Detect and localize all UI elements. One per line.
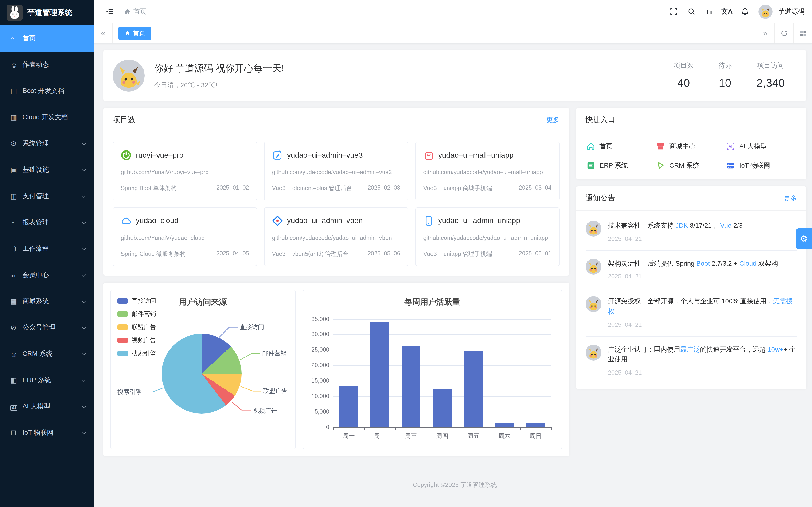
chevron-down-icon [82, 272, 86, 277]
ai-icon: AI [10, 402, 22, 410]
legend-item-3[interactable]: 联盟广告 [117, 323, 156, 331]
sidebar-item-5[interactable]: ⚙系统管理 [0, 130, 94, 157]
project-card-5[interactable]: yudao–ui–admin–vbengithub.com/yudaocode/… [264, 208, 408, 266]
notice-title: 架构灵活性：后端提供 Spring Boot 2.7/3.2 + Cloud 双… [608, 259, 778, 269]
legend-item-1[interactable]: 直接访问 [117, 296, 156, 305]
refresh-icon[interactable] [774, 23, 793, 43]
tabs-scroll-right-icon[interactable]: » [756, 23, 774, 43]
project-name: ruoyi–vue–pro [136, 151, 184, 159]
member-icon: ∞ [10, 271, 22, 279]
quick-entry-1[interactable]: 首页 [586, 142, 656, 151]
mallbag-project-icon [423, 150, 434, 161]
project-card-4[interactable]: yudao–cloudgithub.com/YunaiV/yudao–cloud… [113, 208, 257, 266]
erp-green-icon [586, 161, 595, 170]
font-size-icon[interactable]: Tᴛ [701, 3, 717, 19]
notice-item-3[interactable]: 开源免授权：全部开源，个人与企业可 100% 直接使用，无需授权2025–04–… [585, 288, 797, 337]
project-card-2[interactable]: yudao–ui–admin–vue3github.com/yudaocode/… [264, 142, 408, 201]
notices-more-link[interactable]: 更多 [784, 194, 797, 203]
legend-label: 邮件营销 [132, 309, 156, 318]
project-card-6[interactable]: yudao–ui–admin–uniappgithub.com/yudaocod… [415, 208, 559, 266]
notice-date: 2025–04–21 [608, 235, 743, 242]
notice-item-2[interactable]: 架构灵活性：后端提供 Spring Boot 2.7/3.2 + Cloud 双… [585, 250, 797, 288]
notices-panel: 通知公告 更多 技术兼容性：系统支持 JDK 8/17/21， Vue 2/32… [576, 186, 806, 389]
project-date: 2025–03–04 [519, 184, 551, 192]
legend-item-2[interactable]: 邮件营销 [117, 309, 156, 318]
tabs-scroll-left-icon[interactable]: « [94, 23, 113, 43]
language-icon[interactable]: 文A [719, 3, 735, 19]
sidebar-menu: ⌂首页☺作者动态▤Boot 开发文档▥Cloud 开发文档⚙系统管理▣基础设施◫… [0, 25, 94, 507]
project-name: yudao–cloud [136, 217, 179, 225]
legend-item-5[interactable]: 搜索引擎 [117, 349, 156, 357]
legend-item-4[interactable]: 视频广告 [117, 336, 156, 344]
project-card-1[interactable]: ruoyi–vue–progithub.com/YunaiV/ruoyi–vue… [113, 142, 257, 201]
sidebar-item-1[interactable]: ⌂首页 [0, 25, 94, 52]
iot-icon: ⊟ [10, 429, 22, 437]
sidebar-item-15[interactable]: AIAI 大模型 [0, 393, 94, 420]
project-url: github.com/yudaocode/yudao–ui–admin–vben [272, 234, 400, 243]
gear-icon: ⚙ [800, 233, 808, 244]
chevron-down-icon [82, 324, 86, 329]
monitor-icon: ▣ [10, 166, 22, 174]
settings-gear-button[interactable]: ⚙ [796, 228, 812, 249]
notice-avatar [585, 345, 601, 360]
sidebar-item-4[interactable]: ▥Cloud 开发文档 [0, 104, 94, 130]
sidebar-item-12[interactable]: ⊘公众号管理 [0, 315, 94, 341]
sidebar-item-label: 商城系统 [22, 297, 49, 305]
project-desc: Vue3 + uniapp 商城手机端 [423, 184, 492, 192]
x-axis-label: 周一 [333, 432, 364, 440]
stat-label: 待办 [718, 61, 732, 70]
sidebar-item-2[interactable]: ☺作者动态 [0, 52, 94, 78]
project-url: github.com/yudaocode/yudao–ui–mall–uniap… [423, 168, 551, 177]
vue3-project-icon [272, 150, 283, 161]
project-card-3[interactable]: yudao–ui–mall–uniappgithub.com/yudaocode… [415, 142, 559, 201]
y-axis-label: 5,000 [305, 408, 329, 415]
quick-entry-6[interactable]: IoT 物联网 [726, 161, 796, 170]
sidebar-item-11[interactable]: ▦商城系统 [0, 288, 94, 315]
notification-bell-icon[interactable] [737, 3, 753, 19]
sidebar-item-7[interactable]: ◫支付管理 [0, 183, 94, 209]
project-desc: Spring Boot 单体架构 [121, 184, 177, 192]
bar-周六 [495, 423, 514, 427]
chevron-down-icon [82, 193, 86, 198]
quick-entry-5[interactable]: CRM 系统 [656, 161, 726, 170]
quick-entry-2[interactable]: 商城中心 [656, 142, 726, 151]
sidebar-item-13[interactable]: ☺CRM 系统 [0, 341, 94, 367]
sidebar-item-label: 系统管理 [22, 139, 49, 148]
sidebar-item-8[interactable]: ◔报表管理 [0, 209, 94, 236]
fullscreen-icon[interactable] [665, 3, 681, 19]
project-url: github.com/yudaocode/yudao–ui–admin–vue3 [272, 168, 400, 177]
topbar: 首页 Tᴛ 文A 芋道源码 [94, 0, 812, 23]
collapse-sidebar-icon[interactable] [101, 3, 117, 19]
sidebar-item-label: 会员中心 [22, 271, 49, 279]
search-icon[interactable] [683, 3, 699, 19]
notice-title: 开源免授权：全部开源，个人与企业可 100% 直接使用，无需授权 [608, 296, 797, 317]
charts-panel: 用户访问来源 直接访问邮件营销联盟广告视频广告搜索引擎 直接访问邮件营销联盟广告… [103, 282, 569, 456]
x-axis-label: 周四 [426, 432, 458, 440]
user-avatar[interactable] [758, 4, 772, 18]
payment-icon: ◫ [10, 192, 22, 201]
projects-more-link[interactable]: 更多 [546, 116, 559, 124]
pie-label: 搜索引擎 [117, 388, 142, 395]
sidebar-item-6[interactable]: ▣基础设施 [0, 157, 94, 183]
sidebar-item-10[interactable]: ∞会员中心 [0, 262, 94, 288]
username[interactable]: 芋道源码 [778, 7, 805, 16]
sidebar-item-14[interactable]: ◧ERP 系统 [0, 367, 94, 393]
layout-grid-icon[interactable] [793, 23, 812, 43]
sidebar-item-9[interactable]: ⇉工作流程 [0, 236, 94, 262]
quick-entry-4[interactable]: ERP 系统 [586, 161, 656, 170]
legend-label: 搜索引擎 [132, 349, 156, 357]
breadcrumb[interactable]: 首页 [124, 7, 147, 16]
notice-item-4[interactable]: 广泛企业认可：国内使用最广泛的快速开发平台，远超 10w++ 企业使用2025–… [585, 337, 797, 385]
greeting-subtitle: 今日晴，20℃ - 32℃! [154, 81, 284, 90]
stat-value: 10 [718, 76, 732, 90]
notice-item-1[interactable]: 技术兼容性：系统支持 JDK 8/17/21， Vue 2/32025–04–2… [585, 213, 797, 250]
project-desc: Vue3 + uniapp 管理手机端 [423, 250, 492, 258]
quick-entry-3[interactable]: AIAI 大模型 [726, 142, 796, 151]
home-icon [124, 31, 130, 36]
chevron-down-icon [82, 245, 86, 250]
tab-home[interactable]: 首页 [118, 27, 151, 40]
notice-date: 2025–04–21 [608, 369, 797, 376]
sidebar-item-3[interactable]: ▤Boot 开发文档 [0, 78, 94, 104]
quick-entry-label: 商城中心 [669, 142, 696, 151]
sidebar-item-16[interactable]: ⊟IoT 物联网 [0, 420, 94, 446]
